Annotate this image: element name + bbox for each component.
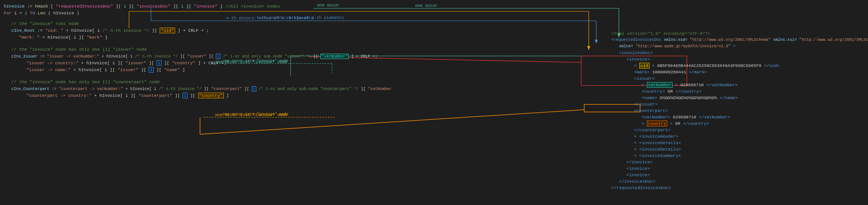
str-invoice: "invoice"	[194, 4, 217, 9]
hl-one-issuer2: 1	[157, 60, 162, 66]
xml-invoiceDetails2: + <invoiceDetails>	[611, 146, 860, 152]
xml-uid: < uid > 8B5F90485B444AC25259C053646A3F09…	[611, 62, 860, 69]
xml-root-close: </requestedInvoicesDoc>	[611, 185, 860, 191]
code-cinvroot-mark: "mark: " + hInvoice[ i ][ "mark" ]	[4, 34, 328, 41]
code-cinvissuer-name: "issuer -> name:" + hInvoice[ i ][ "issu…	[4, 67, 328, 73]
xml-counterpart-vat: <vatNumber> 029690710 </vatNumber>	[611, 114, 860, 120]
xml-issuer-close: </issuer>	[611, 101, 860, 107]
xml-issuer-vat: < vatNumber > 029690710 </vatNumber>	[611, 82, 860, 88]
svg-marker-7	[595, 40, 598, 43]
hl-uid: "uid"	[160, 28, 175, 33]
annotation-one-occur-1: one occur	[317, 3, 339, 8]
svg-marker-12	[587, 46, 590, 50]
hl-one-counterpart: 1	[183, 93, 188, 98]
code-cinvissuer-vat: cInv_Issuer := "issuer -> vatNumber:" + …	[4, 53, 328, 60]
comment-counterpart: // the "invoice" node has only one [1] "…	[4, 79, 328, 85]
annotation-one-occur-counterpart: one occur into "invoice" node	[215, 113, 287, 117]
hl-one-issuer: 1	[216, 54, 220, 59]
xml-panel: <?xml version="1.0" encoding="UTF-8"?> <…	[611, 30, 860, 191]
str-invoicesDoc: "invoicesDoc"	[137, 4, 171, 9]
str-requestedInvoicesDoc: "requestedInvoicesDoc"	[56, 4, 113, 9]
code-cinvcounterpart-country: "counterpart -> country:" + hInvoice[ i …	[4, 92, 328, 99]
xml-counterpart-close: </counterpart>	[611, 127, 860, 133]
code-cinvroot-uid: cInv_Root := "uid: " + hInvoice[ i /* n-…	[4, 27, 328, 34]
xml-issuer-name: <name> Ο½ΩΩ½Ω½ΩΩ½Ω½ΩΩ½Ω½ΩΩ½Ω½ </name>	[611, 95, 860, 101]
func-len: Len	[38, 11, 46, 16]
xml-mark: <mark> 1000000280441 </mark>	[611, 69, 860, 75]
xml-invoice2: <invoice>	[611, 165, 860, 172]
annotation-nth-occurs: n-th occurs: array of n-th elements	[226, 16, 314, 20]
xml-counterpart-open: <counterpart>	[611, 107, 860, 114]
xml-invoice3: <invoice>	[611, 172, 860, 178]
comment-all-invoice: //All <invoice> nodes	[225, 4, 280, 9]
xml-invoiceHeader: + <invoiceHeader>	[611, 133, 860, 140]
xml-uid-hl: uid	[639, 63, 649, 68]
xml-issuer-open: <issuer>	[611, 75, 860, 82]
xml-prolog: <?xml version="1.0" encoding="UTF-8"?>	[611, 30, 860, 37]
var-hInvoice: hInvoice	[4, 4, 25, 9]
code-line-1: hInvoice := hHash [ "requestedInvoicesDo…	[4, 3, 328, 10]
svg-text:one occur: one occur	[415, 3, 437, 8]
xml-invoicesDoc: <invoicesDoc>	[611, 50, 860, 56]
xml-root-open: <requestedInvoicesDoc xmlns:xsd= "http:/…	[611, 37, 860, 43]
xml-vatNumber-hl: vatNumber	[647, 82, 673, 88]
xml-country-hl: country	[647, 121, 667, 126]
keyword-to: TO	[30, 11, 35, 16]
xml-invoice-open: <invoice>	[611, 56, 860, 62]
hl-vatNumber: "vatNumber"	[320, 54, 349, 59]
xml-invoiceDetails1: + <invoiceDetails>	[611, 140, 860, 146]
hl-one-issuer3: 1	[149, 67, 154, 73]
hl-i-counterpart: i	[252, 86, 256, 92]
xml-invoiceSummary: + <invoiceSummary>	[611, 152, 860, 159]
annotation-one-occur-issuer: one occur into "invoice" node	[215, 60, 287, 64]
idx-1a: 1	[124, 4, 129, 9]
xml-issuer-country: <country> GR </country>	[611, 88, 860, 95]
xml-invoicesDoc-close: </invoicesDoc>	[611, 178, 860, 185]
comment-issuer: // the "invoice" node has only one [1] "…	[4, 46, 328, 53]
code-cinvcounterpart-vat: cInv_Counterpart := "counterpart -> vatN…	[4, 85, 328, 92]
xml-invoice-close: </invoice>	[611, 159, 860, 165]
xml-root-attr: xmlns= "http://www.aade.gr/myDATA/invoic…	[611, 43, 860, 50]
xml-counterpart-country: < country > GR </country>	[611, 120, 860, 127]
keyword-for: For	[4, 11, 12, 16]
idx-1b: 1	[181, 4, 186, 9]
hl-country: "country"	[198, 93, 224, 98]
num-1: 1	[25, 11, 27, 16]
func-hHash: hHash	[35, 4, 48, 9]
comment-invoice-root: // the "invoice" root node	[4, 20, 328, 27]
code-panel: hInvoice := hHash [ "requestedInvoicesDo…	[0, 0, 332, 205]
main-canvas: one occur n-th occurs: array of n-th ele…	[0, 0, 868, 205]
